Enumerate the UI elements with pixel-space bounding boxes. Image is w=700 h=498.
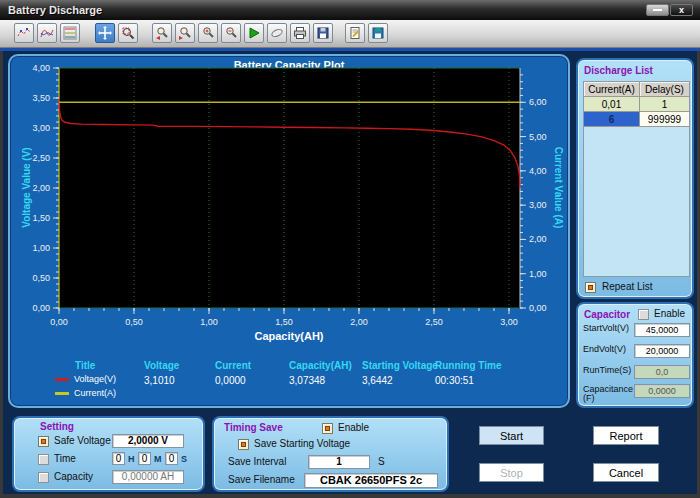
capacitance-f-input[interactable]: 0,0000: [634, 384, 690, 398]
svg-text:0,50: 0,50: [32, 273, 50, 283]
plot-curves-icon: [40, 26, 54, 40]
report-page-button[interactable]: [345, 23, 365, 43]
save-interval-input[interactable]: 1: [308, 455, 370, 469]
safe-voltage-label: Safe Voltage: [54, 435, 111, 446]
table-cell[interactable]: 0,01: [584, 97, 640, 112]
stat-header: Capacity(AH): [289, 360, 352, 371]
time-checkbox[interactable]: [38, 454, 49, 465]
save-filename-input[interactable]: CBAK 26650PFS 2c: [304, 473, 438, 488]
start-button[interactable]: Start: [479, 426, 544, 445]
stat-header: Title: [75, 360, 95, 371]
svg-text:3,00: 3,00: [500, 317, 518, 327]
table-row[interactable]: 6999999: [584, 112, 689, 127]
save-starting-voltage-checkbox[interactable]: [238, 439, 249, 450]
stop-button[interactable]: Stop: [479, 463, 544, 482]
print-icon: [293, 26, 307, 40]
window-title: Battery Discharge: [0, 4, 102, 16]
svg-text:1,00: 1,00: [32, 243, 50, 253]
zoom-back-icon: [155, 26, 169, 40]
discharge-table[interactable]: Current(A)Delay(S)0,0116999999: [583, 81, 690, 277]
report-button[interactable]: Report: [593, 426, 659, 445]
zoom-window-icon: [121, 26, 135, 40]
runtime-s-label: RunTime(S): [583, 366, 635, 375]
startvolt-v-input[interactable]: 45,0000: [634, 323, 690, 337]
time-hours-input[interactable]: 0: [112, 452, 125, 465]
seconds-unit-label: S: [181, 454, 187, 464]
zoom-back-button[interactable]: [152, 23, 172, 43]
save-button[interactable]: [313, 23, 333, 43]
close-button[interactable]: x: [670, 4, 693, 16]
repeat-list-checkbox[interactable]: [585, 282, 596, 293]
window-frame-bottom: [0, 494, 700, 498]
title-bar[interactable]: Battery Discharge x: [0, 0, 700, 20]
stat-value: 0,0000: [215, 375, 251, 386]
stat-header: Voltage: [144, 360, 179, 371]
save-icon: [316, 26, 330, 40]
timing-save-enable-label: Enable: [338, 422, 369, 433]
table-row[interactable]: 0,011: [584, 97, 689, 112]
stat-header: Current: [215, 360, 251, 371]
legend-label: Current(A): [74, 388, 116, 398]
plot-legend-button[interactable]: [60, 23, 80, 43]
stat-title: Title: [75, 360, 95, 375]
minimize-icon: [653, 9, 662, 11]
capacitance-f-label: Capacitance (F): [583, 385, 635, 403]
minutes-unit-label: M: [154, 454, 162, 464]
plot-curves-button[interactable]: [37, 23, 57, 43]
plot-points-button[interactable]: [14, 23, 34, 43]
endvolt-v-input[interactable]: 20,0000: [634, 344, 690, 358]
table-cell[interactable]: 6: [584, 112, 640, 127]
capacitor-title: Capacitor: [584, 309, 630, 320]
battery-capacity-plot: 0,000,501,001,502,002,503,004,003,503,00…: [10, 56, 572, 348]
save-data-icon: [371, 26, 385, 40]
capacity-checkbox[interactable]: [38, 472, 49, 483]
plot-points-icon: [17, 26, 31, 40]
zoom-out-button[interactable]: [221, 23, 241, 43]
battery-discharge-window: Battery Discharge x Battery Capacity Plo…: [0, 0, 700, 498]
zoom-forward-button[interactable]: [175, 23, 195, 43]
legend-item: Voltage(V): [55, 374, 116, 384]
x-axis-title: Capacity(AH): [10, 330, 568, 342]
svg-text:4,00: 4,00: [529, 166, 547, 176]
time-seconds-input[interactable]: 0: [165, 452, 178, 465]
save-filename-label: Save Filename: [228, 474, 295, 485]
print-button[interactable]: [290, 23, 310, 43]
pan-crosshair-button[interactable]: [95, 23, 115, 43]
legend-item: Current(A): [55, 388, 116, 398]
erase-button[interactable]: [267, 23, 287, 43]
svg-text:2,50: 2,50: [32, 153, 50, 163]
plot-area[interactable]: [59, 68, 520, 308]
capacitor-enable-checkbox[interactable]: [638, 309, 649, 320]
stat-starting-voltage: Starting Voltage3,6442: [362, 360, 438, 386]
timing-save-panel: Timing Save Enable Save Starting Voltage…: [212, 416, 449, 492]
legend-swatch: [55, 392, 69, 395]
table-cell[interactable]: 999999: [640, 112, 689, 127]
zoom-in-button[interactable]: [198, 23, 218, 43]
time-minutes-input[interactable]: 0: [138, 452, 151, 465]
svg-text:1,00: 1,00: [529, 269, 547, 279]
erase-icon: [270, 26, 284, 40]
timing-save-enable-checkbox[interactable]: [322, 423, 333, 434]
svg-text:2,00: 2,00: [32, 183, 50, 193]
svg-text:0,00: 0,00: [32, 303, 50, 313]
table-cell[interactable]: 1: [640, 97, 689, 112]
pan-crosshair-icon: [98, 26, 112, 40]
save-data-button[interactable]: [368, 23, 388, 43]
capacity-input[interactable]: 0,00000 AH: [112, 470, 184, 484]
zoom-window-button[interactable]: [118, 23, 138, 43]
save-interval-label: Save Interval: [228, 456, 286, 467]
close-icon: x: [679, 5, 684, 15]
safe-voltage-checkbox[interactable]: [38, 436, 49, 447]
safe-voltage-input[interactable]: 2,0000 V: [112, 434, 184, 448]
save-starting-voltage-label: Save Starting Voltage: [254, 438, 350, 449]
column-header: Delay(S): [640, 82, 689, 97]
minimize-button[interactable]: [646, 4, 669, 16]
svg-text:3,00: 3,00: [32, 123, 50, 133]
svg-text:1,50: 1,50: [275, 317, 293, 327]
svg-text:4,00: 4,00: [32, 63, 50, 73]
run-button[interactable]: [244, 23, 264, 43]
discharge-list-title: Discharge List: [584, 65, 653, 76]
runtime-s-input[interactable]: 0,0: [634, 365, 690, 379]
cancel-button[interactable]: Cancel: [593, 463, 659, 482]
startvolt-v-label: StartVolt(V): [583, 324, 635, 333]
